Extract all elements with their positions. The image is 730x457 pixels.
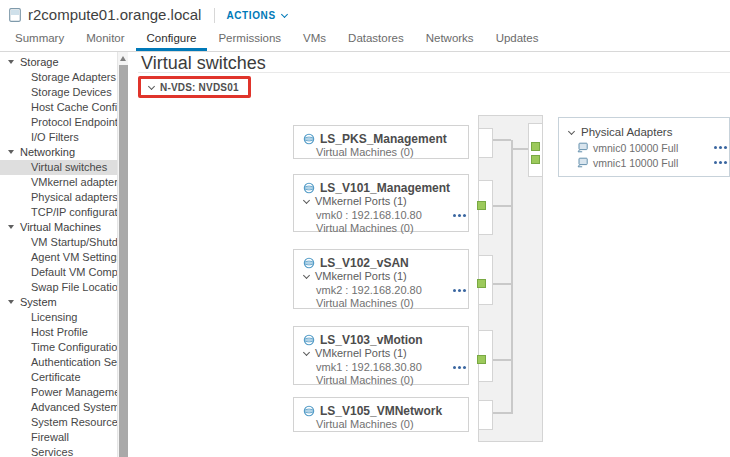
- scroll-up-arrow-icon[interactable]: [118, 52, 128, 64]
- sidebar-item-storage-devices[interactable]: Storage Devices: [0, 85, 117, 100]
- sidebar-item-system-resource-reservation[interactable]: System Resource Re...: [0, 415, 117, 430]
- port-group-icon: [303, 405, 315, 417]
- port-group-icon: [303, 182, 315, 194]
- sidebar-item-storage-adapters[interactable]: Storage Adapters: [0, 70, 117, 85]
- vmk-adapter-row: vmk1 : 192.168.30.80: [303, 361, 460, 375]
- chevron-down-icon: [303, 350, 310, 357]
- vmk-port-indicator: [477, 201, 486, 210]
- sidebar-group-virtual-machines[interactable]: Virtual Machines: [0, 220, 117, 235]
- sidebar-item-agent-vm-settings[interactable]: Agent VM Settings: [0, 250, 117, 265]
- port-group-card: LS_V105_VMNetwork Virtual Machines (0): [293, 397, 469, 432]
- port-group-card: LS_PKS_Management Virtual Machines (0): [293, 125, 469, 159]
- sidebar-group-storage[interactable]: Storage: [0, 55, 117, 70]
- physical-adapters-card: Physical Adapters vmnic0 10000 Full vmni…: [558, 117, 730, 177]
- physical-adapters-toggle[interactable]: Physical Adapters: [568, 124, 721, 140]
- more-actions-icon[interactable]: [714, 146, 717, 149]
- more-actions-icon[interactable]: [453, 214, 456, 217]
- virtual-machines-count: Virtual Machines (0): [303, 374, 460, 388]
- connector-line: [493, 359, 511, 361]
- actions-menu-button[interactable]: ACTIONS: [226, 10, 287, 21]
- more-actions-icon[interactable]: [453, 366, 456, 369]
- vmk-port-indicator: [477, 279, 486, 288]
- scrollbar-thumb[interactable]: [119, 65, 128, 457]
- port-notch: [478, 128, 493, 158]
- sidebar-item-certificate[interactable]: Certificate: [0, 370, 117, 385]
- tab-configure[interactable]: Configure: [136, 32, 208, 51]
- nic-icon: [577, 157, 588, 168]
- connector-line: [493, 412, 511, 414]
- sidebar-group-networking[interactable]: Networking: [0, 145, 117, 160]
- sidebar-item-firewall[interactable]: Firewall: [0, 430, 117, 445]
- vmk-adapter-row: vmk2 : 192.168.20.80: [303, 284, 460, 298]
- sidebar-item-vmkernel-adapters[interactable]: VMkernel adapters: [0, 175, 117, 190]
- chevron-down-icon: [568, 129, 575, 136]
- tab-monitor[interactable]: Monitor: [75, 32, 135, 51]
- uplink-port-indicator: [531, 155, 540, 164]
- nic-icon: [577, 142, 588, 153]
- vmkernel-ports-toggle[interactable]: VMkernel Ports (1): [303, 195, 460, 209]
- more-actions-icon[interactable]: [714, 161, 717, 164]
- sidebar-item-authentication-services[interactable]: Authentication Servi...: [0, 355, 117, 370]
- port-notch: [478, 400, 493, 430]
- port-group-name: LS_PKS_Management: [320, 132, 447, 146]
- tab-permissions[interactable]: Permissions: [207, 32, 292, 51]
- chevron-down-icon: [303, 273, 310, 280]
- connector-line: [493, 205, 511, 207]
- uplink-port-indicator: [531, 142, 540, 151]
- vmkernel-ports-toggle[interactable]: VMkernel Ports (1): [303, 347, 460, 361]
- tab-networks[interactable]: Networks: [415, 32, 485, 51]
- virtual-switches-panel: Virtual switches N-VDS: NVDS01: [128, 52, 730, 457]
- virtual-machines-count: Virtual Machines (0): [303, 297, 460, 311]
- sidebar-group-system[interactable]: System: [0, 295, 117, 310]
- tab-datastores[interactable]: Datastores: [337, 32, 415, 51]
- content-area: Storage Storage Adapters Storage Devices…: [0, 52, 730, 457]
- port-group-icon: [303, 133, 315, 145]
- object-header: r2compute01.orange.local ACTIONS: [0, 0, 730, 29]
- virtual-machines-count: Virtual Machines (0): [303, 222, 460, 236]
- host-icon: [9, 8, 21, 22]
- sidebar-item-host-cache[interactable]: Host Cache Configur..: [0, 100, 117, 115]
- sidebar-item-vm-startup-shutdown[interactable]: VM Startup/Shutdo...: [0, 235, 117, 250]
- sidebar-scrollbar[interactable]: [117, 52, 128, 457]
- tab-bar: Summary Monitor Configure Permissions VM…: [0, 29, 730, 52]
- connector-line: [493, 283, 511, 285]
- tab-vms[interactable]: VMs: [292, 32, 337, 51]
- sidebar-item-tcpip-configuration[interactable]: TCP/IP configuration: [0, 205, 117, 220]
- configure-sidebar: Storage Storage Adapters Storage Devices…: [0, 52, 128, 457]
- more-actions-icon[interactable]: [453, 289, 456, 292]
- section-divider: [138, 72, 730, 73]
- sidebar-item-power-management[interactable]: Power Management: [0, 385, 117, 400]
- sidebar-item-protocol-endpoints[interactable]: Protocol Endpoints: [0, 115, 117, 130]
- uplink-connector-line: [513, 148, 528, 150]
- vmkernel-ports-toggle[interactable]: VMkernel Ports (1): [303, 270, 460, 284]
- sidebar-item-services[interactable]: Services: [0, 445, 117, 457]
- port-group-icon: [303, 257, 315, 269]
- trunk-bus-line: [511, 140, 513, 414]
- sidebar-item-time-configuration[interactable]: Time Configuration: [0, 340, 117, 355]
- sidebar-item-advanced-system-settings[interactable]: Advanced System S...: [0, 400, 117, 415]
- sidebar-nav: Storage Storage Adapters Storage Devices…: [0, 52, 117, 457]
- port-group-card: LS_V101_Management VMkernel Ports (1) vm…: [293, 174, 469, 232]
- sidebar-item-host-profile[interactable]: Host Profile: [0, 325, 117, 340]
- chevron-down-icon: [148, 84, 155, 91]
- virtual-machines-count: Virtual Machines (0): [303, 146, 460, 160]
- physical-adapter-row: vmnic1 10000 Full: [568, 155, 721, 170]
- sidebar-item-io-filters[interactable]: I/O Filters: [0, 130, 117, 145]
- header-divider: [214, 8, 215, 23]
- sidebar-item-physical-adapters[interactable]: Physical adapters: [0, 190, 117, 205]
- sidebar-item-licensing[interactable]: Licensing: [0, 310, 117, 325]
- vmk-port-indicator: [477, 355, 486, 364]
- chevron-down-icon: [303, 198, 310, 205]
- sidebar-item-virtual-switches[interactable]: Virtual switches: [0, 160, 117, 175]
- tab-updates[interactable]: Updates: [485, 32, 550, 51]
- port-group-icon: [303, 334, 315, 346]
- tab-summary[interactable]: Summary: [4, 32, 75, 51]
- nvds-section-toggle[interactable]: N-VDS: NVDS01: [138, 76, 251, 98]
- host-name: r2compute01.orange.local: [28, 6, 201, 23]
- chevron-down-icon: [281, 12, 288, 19]
- sidebar-item-swap-file-location[interactable]: Swap File Location: [0, 280, 117, 295]
- physical-adapter-row: vmnic0 10000 Full: [568, 140, 721, 155]
- sidebar-item-default-vm-compat[interactable]: Default VM Compati...: [0, 265, 117, 280]
- vmk-adapter-row: vmk0 : 192.168.10.80: [303, 209, 460, 223]
- nvds-section-label: N-VDS: NVDS01: [160, 82, 239, 93]
